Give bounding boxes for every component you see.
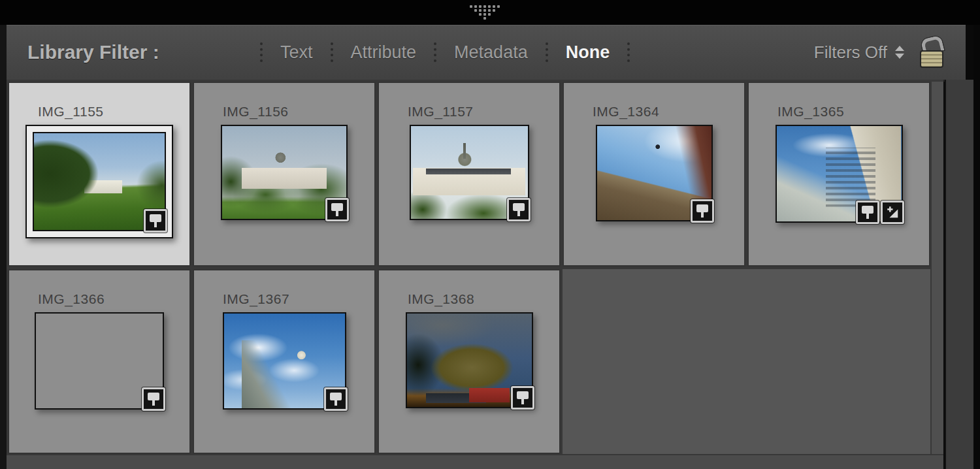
keyword-tag-badge[interactable] — [324, 387, 348, 411]
library-filter-title: Library Filter : — [27, 41, 159, 63]
right-panel-edge — [973, 25, 980, 469]
filter-tab-none[interactable]: None — [548, 42, 628, 63]
badge-group — [324, 387, 348, 411]
thumbnail-frame — [221, 125, 348, 220]
photo-thumbnail-IMG_1368[interactable] — [406, 312, 533, 408]
thumbnail-frame — [223, 312, 346, 410]
badge-group — [691, 199, 714, 223]
panel-collapse-grip-icon[interactable] — [470, 5, 500, 20]
has-adjustments-icon — [885, 205, 900, 219]
photo-thumbnail-IMG_1156[interactable] — [221, 125, 348, 220]
keyword-tag-icon — [513, 203, 525, 211]
badge-group — [507, 198, 531, 221]
grid-bottom-strip — [7, 455, 943, 469]
photo-thumbnail-IMG_1367[interactable] — [223, 312, 346, 410]
thumbnail-frame — [596, 125, 713, 221]
keyword-tag-icon — [150, 214, 161, 222]
photo-filename: IMG_1368 — [408, 291, 559, 307]
grid-cell-IMG_1157[interactable]: IMG_1157 — [378, 82, 561, 267]
filter-preset-dropdown[interactable]: Filters Off — [814, 42, 887, 63]
keyword-tag-icon — [862, 206, 874, 214]
photo-filename: IMG_1156 — [223, 104, 374, 120]
badge-group — [856, 201, 904, 224]
dotted-separator — [627, 42, 630, 62]
thumbnail-grid: IMG_1155 IMG_1156 IMG_1157 — [7, 80, 943, 469]
filter-tab-text[interactable]: Text — [263, 42, 331, 63]
keyword-tag-badge[interactable] — [507, 198, 531, 221]
filter-tab-attribute[interactable]: Attribute — [333, 42, 434, 63]
grid-cell-IMG_1155[interactable]: IMG_1155 — [8, 82, 191, 267]
photo-filename: IMG_1367 — [223, 291, 374, 307]
photo-thumbnail-IMG_1366[interactable] — [35, 312, 164, 410]
photo-filename: IMG_1157 — [408, 104, 559, 120]
lock-open-icon[interactable] — [920, 37, 943, 68]
keyword-tag-badge[interactable] — [691, 199, 714, 223]
thumbnail-frame — [35, 312, 164, 410]
photo-filename: IMG_1155 — [38, 104, 189, 120]
library-filter-bar: Library Filter : TextAttributeMetadataNo… — [7, 25, 966, 82]
photo-thumbnail-IMG_1157[interactable] — [410, 125, 529, 220]
keyword-tag-icon — [148, 393, 159, 400]
has-adjustments-badge[interactable] — [881, 201, 904, 224]
photo-filename: IMG_1365 — [777, 104, 929, 120]
grid-cell-IMG_1367[interactable]: IMG_1367 — [193, 269, 376, 454]
filter-tab-metadata[interactable]: Metadata — [436, 42, 546, 63]
lightroom-library-view: Library Filter : TextAttributeMetadataNo… — [0, 0, 980, 469]
scrollbar-track[interactable] — [945, 80, 973, 469]
photo-filename: IMG_1364 — [593, 104, 744, 120]
grid-cell-IMG_1366[interactable]: IMG_1366 — [8, 269, 191, 454]
up-down-stepper-icon[interactable] — [895, 46, 904, 59]
keyword-tag-icon — [330, 393, 342, 400]
up-arrow-icon — [895, 46, 904, 51]
filter-bar-right-group: Filters Off — [814, 25, 943, 80]
down-arrow-icon — [895, 54, 904, 59]
grid-cell-IMG_1365[interactable]: IMG_1365 — [747, 82, 930, 267]
keyword-tag-icon — [331, 203, 343, 211]
top-panel-bar — [0, 0, 980, 25]
grid-empty-area — [563, 269, 930, 454]
photo-thumbnail-IMG_1364[interactable] — [596, 125, 713, 221]
grid-right-margin — [932, 82, 943, 454]
photo-thumbnail-IMG_1365[interactable] — [776, 125, 903, 223]
badge-group — [142, 387, 165, 411]
photo-thumbnail-IMG_1155[interactable] — [33, 132, 166, 231]
keyword-tag-icon — [696, 204, 708, 212]
keyword-tag-icon — [517, 391, 529, 399]
keyword-tag-badge[interactable] — [325, 198, 349, 221]
keyword-tag-badge[interactable] — [142, 387, 165, 411]
thumbnail-frame — [410, 125, 529, 220]
keyword-tag-badge[interactable] — [144, 209, 167, 233]
grid-cell-IMG_1364[interactable]: IMG_1364 — [563, 82, 745, 267]
grid-cell-IMG_1156[interactable]: IMG_1156 — [193, 82, 376, 267]
grid-cell-IMG_1368[interactable]: IMG_1368 — [378, 269, 561, 454]
keyword-tag-badge[interactable] — [511, 386, 534, 410]
thumbnail-frame — [776, 125, 903, 223]
badge-group — [144, 209, 167, 233]
filter-tabs: TextAttributeMetadataNone — [260, 25, 630, 80]
photo-filename: IMG_1366 — [38, 291, 189, 307]
left-edge-strip — [0, 25, 7, 469]
thumbnail-frame — [25, 125, 173, 238]
badge-group — [325, 198, 349, 221]
badge-group — [511, 386, 534, 410]
keyword-tag-badge[interactable] — [856, 201, 879, 224]
thumbnail-frame — [406, 312, 533, 408]
